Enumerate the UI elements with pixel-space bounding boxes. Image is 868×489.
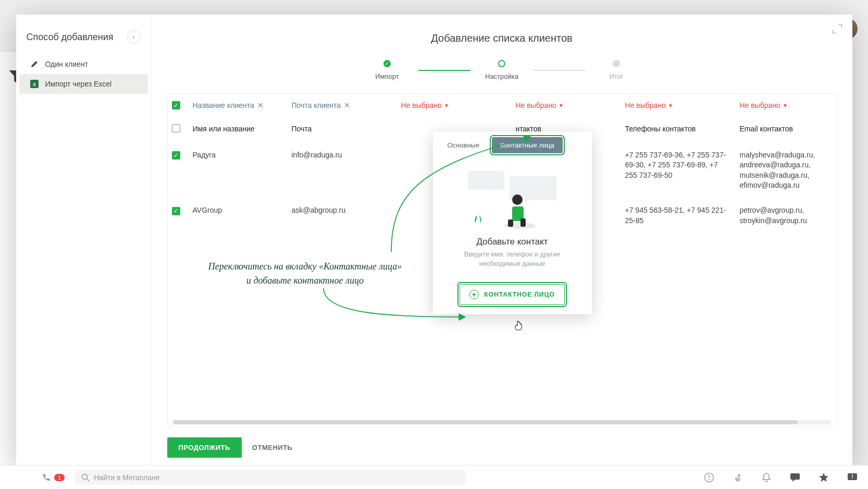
chevron-down-icon: ▼ xyxy=(559,103,564,108)
meta-cell: Email контактов xyxy=(736,117,836,142)
sidebar-item-single-client[interactable]: Один клиент xyxy=(19,54,148,74)
feedback-icon[interactable]: ! xyxy=(847,472,858,483)
collapse-sidebar-button[interactable]: ‹ xyxy=(127,30,141,44)
chevron-down-icon: ▼ xyxy=(783,103,788,108)
cell-name: Радуга xyxy=(189,143,288,168)
cell-emails: malysheva@raduga.ru, andreeva@raduga.ru,… xyxy=(736,143,836,198)
column-header-unset[interactable]: Не выбрано▼ xyxy=(740,101,788,109)
svg-point-7 xyxy=(82,474,88,479)
phone-icon xyxy=(42,473,51,482)
cell-email: ask@abgroup.ru xyxy=(288,198,397,223)
svg-rect-6 xyxy=(520,218,526,227)
import-modal: Способ добавления ‹ Один клиент X Импорт… xyxy=(16,15,852,468)
wizard-line xyxy=(418,70,470,71)
chevron-down-icon: ▼ xyxy=(668,103,673,108)
meta-cell: Почта xyxy=(288,117,397,142)
popup-subtitle: Введите имя, телефон и другие необходимы… xyxy=(433,247,592,284)
sidebar-title: Способ добавления xyxy=(27,32,114,43)
contact-popup: Основные Контактные лица xyxy=(433,132,592,314)
cell-email: info@raduga.ru xyxy=(288,143,397,168)
column-header-unset[interactable]: Не выбрано▼ xyxy=(401,101,449,109)
column-header-email[interactable]: Почта клиента xyxy=(292,101,341,109)
add-contact-button[interactable]: + КОНТАКТНОЕ ЛИЦО xyxy=(460,284,565,305)
wizard-step3-label: Итог xyxy=(609,72,623,80)
wizard-step3-pending-icon xyxy=(613,60,620,67)
sidebar-item-label: Импорт через Excel xyxy=(45,80,112,88)
meta-cell: Телефоны контактов xyxy=(621,117,736,142)
contact-illustration xyxy=(468,169,556,231)
cell-emails: petrov@avgroup.ru, stroykin@avgroup.ru xyxy=(736,198,836,233)
wizard-step1-label: Импорт xyxy=(375,72,399,80)
modal-footer: ПРОДОЛЖИТЬ ОТМЕНИТЬ xyxy=(167,427,837,458)
annotation-line1: Переключитесь на вкладку «Контактные лиц… xyxy=(193,260,417,274)
svg-point-4 xyxy=(512,194,523,205)
meta-cell: Имя или название xyxy=(189,117,288,142)
excel-icon: X xyxy=(30,79,39,89)
cell-phones: +7 945 563-58-21, +7 945 221-25-85 xyxy=(621,198,736,233)
popup-tab-contacts[interactable]: Контактные лица xyxy=(492,137,563,153)
wizard-step2-label: Настройка xyxy=(485,72,518,80)
search-icon xyxy=(81,473,90,482)
horizontal-scrollbar[interactable] xyxy=(173,420,831,424)
svg-line-8 xyxy=(87,479,90,481)
cancel-button[interactable]: ОТМЕНИТЬ xyxy=(252,444,293,451)
cell-name: AVGroup xyxy=(189,198,288,223)
popup-tab-main[interactable]: Основные xyxy=(439,137,488,153)
column-header-unset[interactable]: Не выбрано▼ xyxy=(625,101,673,109)
fire-icon[interactable] xyxy=(733,472,743,483)
phone-indicator[interactable]: 1 xyxy=(42,473,65,482)
clear-column-icon[interactable]: ✕ xyxy=(344,101,350,109)
bell-icon[interactable] xyxy=(761,472,772,483)
popup-title: Добавьте контакт xyxy=(433,237,592,247)
wizard-line xyxy=(533,70,585,71)
pencil-icon xyxy=(30,59,39,69)
svg-text:X: X xyxy=(32,82,35,87)
search-placeholder: Найти в Мегаплане xyxy=(94,473,159,482)
wizard-step2-active-icon xyxy=(498,60,505,67)
sidebar-item-label: Один клиент xyxy=(45,60,88,68)
table-header-row: ✓ Название клиента ✕ Почта клиента ✕ Не … xyxy=(168,94,836,117)
continue-button[interactable]: ПРОДОЛЖИТЬ xyxy=(167,437,242,458)
svg-rect-12 xyxy=(790,473,800,480)
cell-phones: +7 255 737-69-36, +7 255 737-69-30, +7 2… xyxy=(621,143,736,188)
sidebar-item-excel-import[interactable]: X Импорт через Excel xyxy=(19,74,148,94)
wizard-step1-done-icon: ✓ xyxy=(383,60,391,67)
clear-column-icon[interactable]: ✕ xyxy=(257,101,264,109)
expand-icon[interactable] xyxy=(833,24,842,33)
select-all-checkbox[interactable]: ✓ xyxy=(172,101,180,109)
plus-icon: + xyxy=(469,290,479,299)
modal-sidebar: Способ добавления ‹ Один клиент X Импорт… xyxy=(16,15,152,468)
row-checkbox[interactable]: ✓ xyxy=(172,207,180,215)
wizard-steps: ✓ Импорт Настройка Итог xyxy=(167,60,837,80)
alert-icon[interactable] xyxy=(704,472,714,483)
star-icon[interactable] xyxy=(819,472,829,483)
annotation-line2: и добавьте контактное лицо xyxy=(193,274,417,288)
add-contact-label: КОНТАКТНОЕ ЛИЦО xyxy=(484,291,555,298)
modal-overlay: Способ добавления ‹ Один клиент X Импорт… xyxy=(0,0,868,489)
annotation-callout: Переключитесь на вкладку «Контактные лиц… xyxy=(193,260,417,288)
row-checkbox[interactable]: ✓ xyxy=(172,151,180,160)
chevron-down-icon: ▼ xyxy=(444,103,449,108)
modal-title: Добавление списка клиентов xyxy=(167,25,837,60)
global-search[interactable]: Найти в Мегаплане xyxy=(75,470,466,485)
phone-badge: 1 xyxy=(54,474,65,481)
chat-icon[interactable] xyxy=(790,472,800,483)
svg-point-11 xyxy=(709,479,710,480)
column-header-name[interactable]: Название клиента xyxy=(193,101,254,109)
svg-text:!: ! xyxy=(851,474,853,480)
column-header-unset[interactable]: Не выбрано▼ xyxy=(516,101,564,109)
bottom-bar: 1 Найти в Мегаплане ! xyxy=(0,465,868,489)
svg-rect-5 xyxy=(508,219,513,227)
row-checkbox[interactable] xyxy=(172,124,180,132)
